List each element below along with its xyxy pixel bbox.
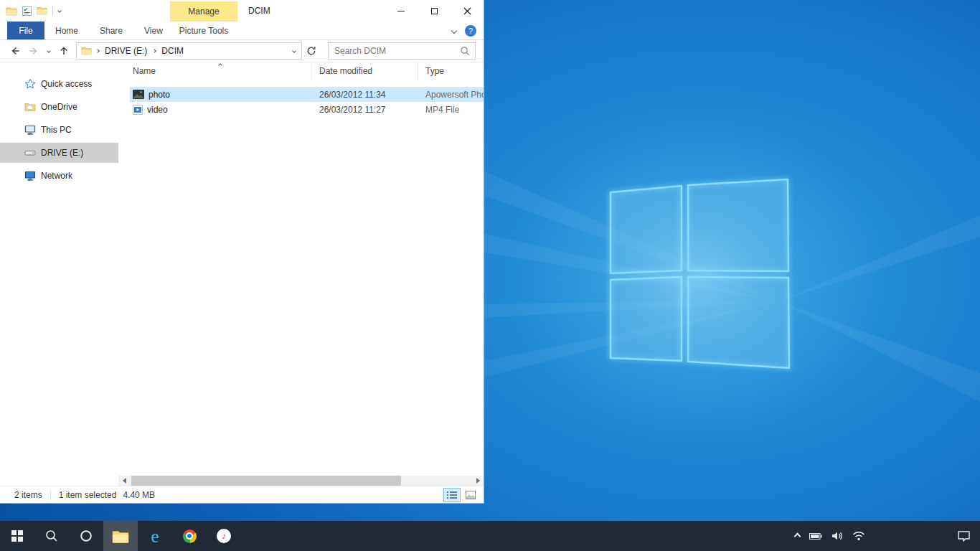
- maximize-icon: [431, 8, 438, 14]
- minimize-button[interactable]: [385, 0, 418, 22]
- type-cell: Apowersoft Pho: [418, 90, 484, 100]
- window-controls: [385, 0, 484, 22]
- scroll-left-arrow[interactable]: [118, 476, 130, 486]
- taskbar-search-button[interactable]: [34, 521, 69, 551]
- search-icon: [45, 529, 58, 542]
- search-input[interactable]: [329, 46, 460, 56]
- search-icon: [460, 46, 470, 56]
- action-center-button[interactable]: [958, 531, 970, 542]
- taskbar-internet-explorer-button[interactable]: e: [138, 521, 172, 551]
- hidden-icons-button[interactable]: [795, 534, 800, 539]
- network-indicator[interactable]: [852, 531, 865, 541]
- properties-button[interactable]: [22, 6, 32, 16]
- tab-picture-tools[interactable]: Picture Tools: [170, 22, 237, 40]
- close-icon: [463, 7, 471, 15]
- selection-size: 4.40 MB: [123, 490, 155, 500]
- network-icon: [24, 170, 36, 182]
- explorer-body: Quick access OneDrive This PC DRIVE (E:)…: [0, 62, 484, 486]
- wifi-icon: [852, 531, 865, 541]
- battery-indicator[interactable]: [809, 533, 822, 540]
- taskbar-file-explorer-button[interactable]: [103, 521, 138, 551]
- up-button[interactable]: [55, 42, 73, 60]
- internet-explorer-icon: e: [151, 527, 159, 545]
- refresh-icon: [306, 46, 316, 56]
- quick-access-toolbar: [6, 0, 61, 22]
- status-divider: [50, 490, 51, 500]
- type-cell: MP4 File: [418, 105, 484, 115]
- column-header-type[interactable]: Type: [418, 62, 484, 80]
- start-button[interactable]: [0, 521, 34, 551]
- minimize-icon: [397, 11, 405, 11]
- volume-indicator[interactable]: [831, 531, 843, 541]
- sidebar-item-drive-e[interactable]: DRIVE (E:): [0, 143, 118, 163]
- help-button[interactable]: ?: [465, 25, 476, 37]
- address-folder-icon: [81, 47, 92, 55]
- cortana-button[interactable]: [69, 521, 103, 551]
- large-icons-view-icon: [466, 491, 476, 499]
- breadcrumb-chevron-icon[interactable]: [95, 50, 100, 52]
- forward-button[interactable]: [24, 42, 43, 60]
- breadcrumb-segment-dcim[interactable]: DCIM: [157, 46, 188, 56]
- table-row-video[interactable]: video 26/03/2012 11:27 MP4 File: [130, 102, 484, 117]
- taskbar-itunes-button[interactable]: ♪: [207, 521, 241, 551]
- sidebar-item-network[interactable]: Network: [0, 166, 118, 186]
- address-bar[interactable]: DRIVE (E:) DCIM: [76, 42, 302, 60]
- column-headers: Name Date modified Type: [118, 62, 484, 80]
- taskbar: e ♪: [0, 521, 980, 551]
- window-title: DCIM: [248, 0, 270, 22]
- file-explorer-window: Manage DCIM File Home Share View Picture…: [0, 0, 484, 504]
- back-button[interactable]: [6, 42, 24, 60]
- back-arrow-icon: [9, 45, 21, 57]
- column-header-name[interactable]: Name: [118, 62, 312, 80]
- onedrive-folder-icon: [24, 101, 36, 113]
- customize-toolbar-chevron-icon[interactable]: [57, 9, 62, 13]
- recent-locations-button[interactable]: [43, 42, 55, 60]
- file-list: Name Date modified Type photo 26/03/2012…: [118, 62, 484, 476]
- tab-share[interactable]: Share: [89, 22, 133, 39]
- sidebar-item-quick-access[interactable]: Quick access: [0, 74, 118, 94]
- name-cell: video: [130, 105, 312, 115]
- breadcrumb-segment-drive[interactable]: DRIVE (E:): [100, 46, 151, 56]
- file-rows: photo 26/03/2012 11:34 Apowersoft Pho vi…: [118, 87, 484, 117]
- manage-contextual-tab[interactable]: Manage: [170, 1, 237, 22]
- new-folder-button[interactable]: [37, 6, 47, 15]
- horizontal-scrollbar[interactable]: [118, 476, 484, 486]
- taskbar-chrome-button[interactable]: [172, 521, 207, 551]
- forward-arrow-icon: [28, 45, 39, 57]
- large-icons-view-button[interactable]: [462, 488, 479, 502]
- refresh-button[interactable]: [302, 42, 321, 60]
- star-icon: [24, 78, 36, 90]
- itunes-icon: ♪: [217, 529, 231, 543]
- sidebar-item-this-pc[interactable]: This PC: [0, 120, 118, 140]
- column-header-date-modified[interactable]: Date modified: [312, 62, 418, 80]
- details-view-button[interactable]: [443, 488, 461, 502]
- usb-drive-icon: [24, 147, 36, 159]
- sidebar-item-onedrive[interactable]: OneDrive: [0, 97, 118, 117]
- address-dropdown-chevron-icon[interactable]: [287, 50, 301, 52]
- item-count: 2 items: [14, 490, 42, 500]
- table-row-photo[interactable]: photo 26/03/2012 11:34 Apowersoft Pho: [130, 87, 484, 102]
- scroll-right-arrow[interactable]: [472, 476, 484, 486]
- chevron-up-icon: [794, 532, 801, 540]
- tab-home[interactable]: Home: [44, 22, 89, 39]
- maximize-button[interactable]: [418, 0, 451, 22]
- battery-icon: [809, 533, 822, 540]
- name-cell: photo: [130, 90, 312, 100]
- action-center-icon: [958, 531, 970, 542]
- explorer-system-icon[interactable]: [6, 6, 17, 16]
- expand-ribbon-chevron-icon[interactable]: [451, 28, 457, 34]
- navigation-pane: Quick access OneDrive This PC DRIVE (E:)…: [0, 62, 118, 476]
- toolbar-separator: [52, 6, 53, 16]
- breadcrumb-chevron-icon[interactable]: [151, 50, 157, 52]
- recent-locations-chevron-icon: [47, 49, 51, 53]
- speaker-icon: [831, 531, 843, 541]
- close-button[interactable]: [451, 0, 484, 22]
- date-modified-cell: 26/03/2012 11:27: [312, 105, 418, 115]
- title-bar[interactable]: Manage DCIM: [0, 0, 484, 22]
- search-box: [328, 42, 476, 60]
- tab-file[interactable]: File: [7, 22, 44, 39]
- scrollbar-thumb[interactable]: [131, 476, 401, 486]
- ribbon-right-controls: ?: [452, 22, 476, 40]
- tab-view[interactable]: View: [133, 22, 174, 39]
- address-bar-row: DRIVE (E:) DCIM: [0, 40, 484, 62]
